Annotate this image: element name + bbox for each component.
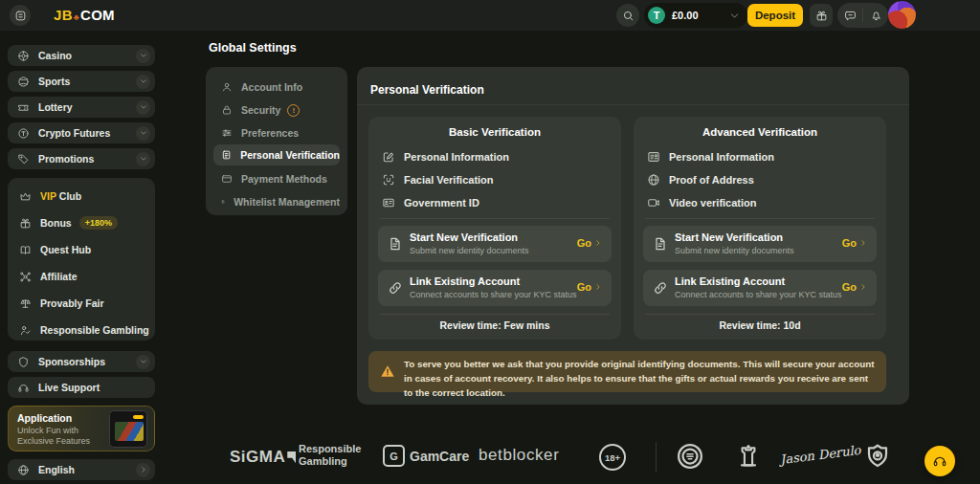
user-avatar[interactable] <box>888 1 916 29</box>
settings-item-preferences[interactable]: Preferences <box>213 122 340 143</box>
feature-row: Video verification <box>647 195 757 210</box>
settings-item-payment-methods[interactable]: Payment Methods <box>213 168 340 189</box>
document-icon <box>388 236 403 252</box>
action-title: Start New Verification <box>410 231 518 243</box>
link-icon <box>388 280 403 296</box>
football-club-badge-icon <box>676 442 704 471</box>
sidebar-item-affiliate[interactable]: Affiliate <box>11 264 151 289</box>
club-suit-icon: ♣ <box>74 12 79 22</box>
feature-label: Facial Verification <box>404 174 494 186</box>
section-title: Personal Verification <box>370 83 484 97</box>
expand-button[interactable] <box>136 75 150 89</box>
start-new-verification-row[interactable]: Start New Verification Submit new identi… <box>643 226 877 262</box>
globe-icon <box>647 173 660 187</box>
age-18-plus-logo: 18+ <box>599 444 626 471</box>
search-button[interactable] <box>616 4 639 27</box>
sidebar-item-sports[interactable]: Sports <box>8 71 155 92</box>
settings-item-label: Account Info <box>241 81 302 93</box>
go-link[interactable]: Go <box>842 281 867 293</box>
sidebar-item-responsible-gambling[interactable]: Responsible Gambling <box>11 318 151 342</box>
sidebar-item-quest-hub[interactable]: Quest Hub <box>11 237 151 262</box>
expand-button[interactable] <box>136 152 150 166</box>
feature-row: Personal Information <box>647 149 774 165</box>
action-subtitle: Submit new identity documents <box>675 246 794 255</box>
crown-icon <box>19 190 32 203</box>
expand-button[interactable] <box>136 100 150 115</box>
chevron-down-icon <box>140 52 147 59</box>
menu-icon <box>14 10 27 22</box>
action-subtitle: Submit new identity documents <box>410 246 529 255</box>
gift-icon <box>19 217 32 230</box>
divider <box>380 218 610 219</box>
document-check-icon <box>221 149 232 161</box>
sliders-icon <box>221 127 233 139</box>
logo-part1: JB <box>54 7 73 23</box>
support-fab-button[interactable] <box>924 446 955 476</box>
link-existing-account-row[interactable]: Link Existing Account Connect accounts t… <box>643 270 877 306</box>
warning-icon: ! <box>287 104 300 117</box>
person-care-icon <box>19 324 32 337</box>
chevron-right-icon <box>859 239 867 247</box>
settings-item-account-info[interactable]: Account Info <box>213 77 340 98</box>
expand-button[interactable] <box>136 355 150 369</box>
rewards-button[interactable] <box>810 4 833 27</box>
sidebar-item-label: Sports <box>38 76 136 87</box>
sidebar-item-vip-club[interactable]: VIP Club <box>11 184 151 209</box>
deposit-button[interactable]: Deposit <box>747 4 803 27</box>
balance-selector[interactable]: T £0.00 <box>644 3 747 28</box>
go-link[interactable]: Go <box>842 237 867 249</box>
bell-icon[interactable] <box>870 10 882 22</box>
action-title: Link Existing Account <box>675 275 785 287</box>
settings-menu: Account Info Security ! Preferences Pers… <box>206 67 347 215</box>
link-existing-account-row[interactable]: Link Existing Account Connect accounts t… <box>378 270 612 306</box>
chevron-down-icon <box>729 11 740 21</box>
network-icon <box>19 271 32 283</box>
coin-icon <box>17 127 30 140</box>
sidebar-item-bonus[interactable]: Bonus +180% <box>11 210 151 235</box>
sidebar-item-provably-fair[interactable]: Provably Fair <box>11 291 151 316</box>
action-title: Link Existing Account <box>410 275 520 287</box>
chevron-right-icon <box>859 283 867 291</box>
start-new-verification-row[interactable]: Start New Verification Submit new identi… <box>378 226 612 262</box>
video-icon <box>647 196 660 209</box>
personal-verification-panel: Personal Verification Basic Verification… <box>357 67 909 405</box>
sidebar-item-promotions[interactable]: Promotions <box>8 148 155 169</box>
divider <box>357 104 909 105</box>
basic-verification-card: Basic Verification Personal Information … <box>368 117 621 340</box>
lottery-ticket-icon <box>17 101 30 114</box>
tether-icon: T <box>648 7 665 24</box>
sidebar-item-label: Crypto Futures <box>38 127 136 139</box>
sports-ball-icon <box>17 76 30 88</box>
sidebar-item-lottery[interactable]: Lottery <box>8 97 155 118</box>
site-logo[interactable]: JB ♣ COM <box>54 7 115 23</box>
sidebar-item-label: Bonus <box>40 217 72 229</box>
action-subtitle: Connect accounts to share your KYC statu… <box>675 290 842 299</box>
menu-button[interactable] <box>10 5 31 26</box>
sidebar-item-sponsorships[interactable]: Sponsorships <box>8 351 155 372</box>
go-link[interactable]: Go <box>577 237 602 249</box>
sidebar-item-live-support[interactable]: Live Support <box>8 377 155 398</box>
settings-item-personal-verification[interactable]: Personal Verification <box>213 144 340 165</box>
shield-icon <box>17 356 30 368</box>
settings-item-whitelist-management[interactable]: Whitelist Management <box>213 191 340 212</box>
expand-button[interactable] <box>136 49 150 63</box>
sidebar-item-casino[interactable]: Casino <box>8 45 155 66</box>
id-card-icon <box>382 196 395 209</box>
headset-icon <box>17 382 30 394</box>
go-link[interactable]: Go <box>577 281 602 293</box>
gift-icon <box>815 10 828 22</box>
football-crest-icon <box>863 442 892 471</box>
divider <box>380 314 610 315</box>
review-time: Review time: Few mins <box>368 319 621 331</box>
sidebar-item-crypto-futures[interactable]: Crypto Futures <box>8 122 155 143</box>
chat-icon[interactable] <box>844 10 857 22</box>
sidebar-feature-panel: VIP Club Bonus +180% Quest Hub Affiliate… <box>8 178 155 341</box>
divider <box>862 9 863 22</box>
sigma-logo: SiGMA <box>230 448 296 467</box>
expand-button[interactable] <box>136 126 150 141</box>
gamcare-logo: G GamCare <box>383 445 469 467</box>
settings-item-security[interactable]: Security ! <box>213 99 340 121</box>
notification-group <box>837 3 888 28</box>
divider <box>645 314 875 315</box>
feature-row: Personal Information <box>382 149 509 165</box>
